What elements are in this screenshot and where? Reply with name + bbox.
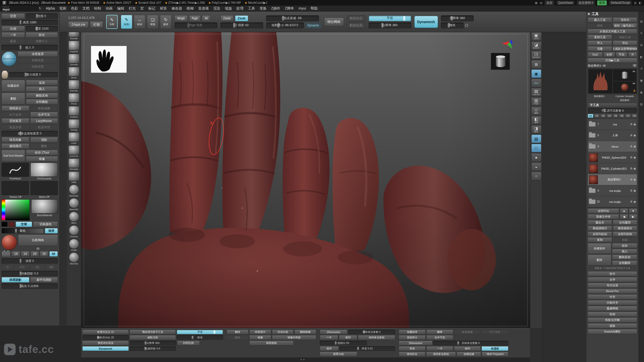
panel-control[interactable]: 删除 [30,143,58,149]
menu-item[interactable]: 动画 [103,6,115,11]
tool-control[interactable]: ◀ [620,214,628,219]
dock-palette-icon-3[interactable]: ⊞ [640,43,642,47]
eye-icon[interactable]: ◉ [633,178,636,181]
polish-slider[interactable]: 抛光 [441,22,464,28]
subtool-section-header[interactable]: 子工具 [588,103,637,107]
brush-item[interactable]: TrimDy [68,119,79,131]
panel-control[interactable]: 合并可见 [30,112,58,117]
divide-button[interactable]: 细分网格 [324,18,344,26]
dynamesh-resolution-slider[interactable]: 分辨率 360 [441,15,474,21]
panel-control[interactable]: 强度 0 [2,258,58,264]
rename-button[interactable]: R [632,64,637,68]
grid-icon[interactable]: ▦ [535,1,537,5]
menu-item[interactable]: Alpha [44,6,57,11]
customize-button[interactable]: 自定 [545,1,554,5]
tool-control[interactable]: 最低级细分 [588,226,612,231]
brush-item[interactable]: Chrome [68,225,79,238]
tool-control[interactable]: 最高级细分 [613,226,637,231]
bottombar-control[interactable]: 目标多边形数 5 [348,330,395,334]
bottombar-control[interactable]: 组环 [320,346,339,351]
menu-item[interactable]: 文档 [80,6,92,11]
bottombar-control[interactable]: ZRemesher [399,341,432,345]
aa-half-icon[interactable]: ◪ AA50% [531,41,541,50]
tool-control[interactable]: 从项目文件载入工具 [588,29,637,34]
brush-item[interactable]: ClayBuil [68,41,79,53]
zsub-button[interactable]: Zsub [235,15,248,21]
brush-item[interactable]: Damsta [68,80,79,92]
rgb-button[interactable]: Rgb [189,15,201,21]
visibility-tab[interactable]: V5 [613,114,619,118]
material-ball-icon[interactable]: ● [531,153,541,162]
subtool-row[interactable]: PM3D_Cylinder3D1 ⚙ ◉ [588,163,637,174]
tool-control[interactable]: GoZ [588,52,603,57]
bottombar-control[interactable]: 遮罩分组 [320,352,357,356]
bottombar-control[interactable]: 翻转 [227,330,249,334]
menu-item[interactable]: 纹理 [234,6,246,11]
gear-icon[interactable]: ⚙ [630,178,633,181]
bottombar-control[interactable]: 合并可见 [426,335,453,340]
tool-control[interactable]: 重建网格 [588,306,637,311]
tool-control[interactable]: ▶ [629,214,637,219]
bottombar-control[interactable]: 保持多边形组 [426,352,456,356]
duplicate-subtool-button[interactable]: 创建副本 [588,243,611,254]
menu-item[interactable]: myui [296,6,308,11]
bottombar-control[interactable]: 维持 Polypaint [482,352,508,356]
insert-subtool-button[interactable]: 插入 [612,249,637,254]
focal-length-button[interactable]: 18 [12,251,20,257]
tool-control[interactable]: ▲ [620,208,628,213]
solo-icon[interactable]: ▧ [531,134,541,143]
bottombar-control[interactable]: 镜像并焊接 [272,335,316,340]
saturation-value-square[interactable] [5,200,29,220]
gear-icon[interactable]: ⚙ [630,156,633,159]
gear-icon[interactable]: ⚙ [630,167,633,170]
panel-control[interactable]: 一半 [2,32,25,38]
alpha-slot[interactable]: Alpha Off [30,181,58,198]
delete-other-button[interactable]: 删除其他 [26,93,58,98]
zadd-button[interactable]: Zadd [220,15,233,21]
menu-item[interactable]: 材质 [158,6,169,11]
bottombar-control[interactable]: 自适应 [481,346,508,351]
subtool-row[interactable]: PM3D_Sphere3D3 ⚙ ◉ [588,152,637,163]
tool-control[interactable]: 自动重排 [613,220,637,225]
bottombar-control[interactable]: 精简曲线 [249,341,294,345]
tool-control[interactable]: 生成多边形网格物体 [613,46,637,51]
panel-control[interactable]: 填充对象 [2,137,29,143]
material-slot[interactable]: BasicMaterial [31,199,58,220]
bottombar-control[interactable]: 一半 [320,335,338,340]
mirror-button[interactable]: 镜像 [26,156,58,162]
panel-control[interactable]: 嵌入 0 [2,45,58,50]
subtool-row[interactable]: 23 ren kuijia ⚙ ◉ [588,196,637,207]
polish-mode-toggle-icon[interactable] [465,24,468,27]
brush-item[interactable]: CurveTu [68,145,79,158]
menu-item[interactable]: 编辑 [115,6,127,11]
inner-depth-button[interactable]: 内部深度 [18,64,58,69]
zapplink-button[interactable]: ZAppLink [68,21,89,28]
gradient-button[interactable]: 渐变 [45,228,58,234]
bottombar-control[interactable]: 镜像 [249,335,271,340]
panel-control[interactable]: 深度阴影 [2,277,29,283]
delete-all-button[interactable]: 全部删除 [26,99,58,105]
bottombar-control[interactable]: 双倍 [399,346,426,351]
floor-grid-icon[interactable]: ⊞ [531,60,541,69]
color-picker[interactable] [2,199,30,220]
dock-palette-icon-5[interactable]: ↺ [640,67,642,70]
dock-palette-icon-4[interactable]: ◧ [640,55,642,59]
panel-control[interactable]: 背面遮罩 [2,118,29,124]
dynamesh-button[interactable]: Dynamesh [414,16,438,28]
visibility-tab[interactable]: V4 [607,114,612,118]
resolution-slider[interactable]: 分辨率 360 [369,22,411,28]
delete-subtool-button[interactable]: 删除 [588,255,611,265]
brush-item[interactable]: Smooth [68,54,79,66]
menu-item[interactable]: 帮助 [308,6,320,11]
tool-control[interactable]: 复制 [588,237,612,242]
bottombar-control[interactable]: 创建副本 [399,330,426,334]
panel-control[interactable]: 比例 [2,26,25,31]
del-higher-button[interactable]: 删除较高 [347,22,366,28]
panel-control[interactable]: 45° [46,264,58,270]
panel-control[interactable]: 扁平化阴影 [30,277,58,283]
eye-icon[interactable]: ◉ [633,189,636,192]
rotate-mode-button[interactable]: ↻旋转 [160,15,172,29]
bottombar-control[interactable]: 封闭孔洞 [177,341,200,345]
bottombar-control[interactable]: 胀缩 [177,335,223,340]
eye-icon[interactable]: ◉ [633,134,636,137]
